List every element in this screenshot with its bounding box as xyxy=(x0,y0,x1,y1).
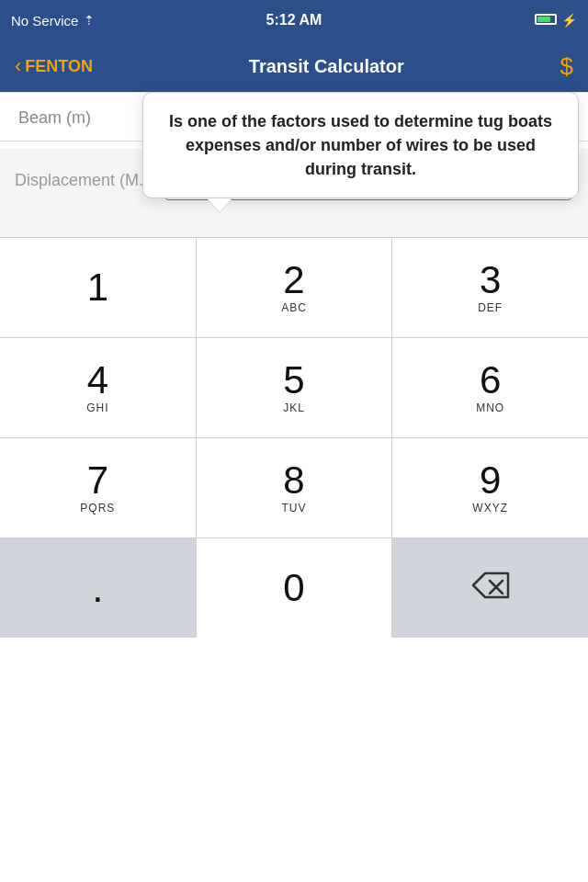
numpad-key-8[interactable]: 8 TUV xyxy=(197,438,393,537)
numpad-digit-4: 4 xyxy=(87,361,108,400)
battery-container xyxy=(535,14,557,28)
numpad: 1 2 ABC 3 DEF 4 GHI 5 JKL 6 MNO 7 PQRS xyxy=(0,237,588,638)
chevron-left-icon: ‹ xyxy=(15,56,21,76)
numpad-letters-9: WXYZ xyxy=(472,502,508,514)
beam-label: Beam (m) xyxy=(18,108,91,127)
tooltip-box: Is one of the factors used to determine … xyxy=(142,92,579,198)
numpad-digit-2: 2 xyxy=(283,261,304,300)
tooltip-arrow-wrapper xyxy=(142,198,579,214)
numpad-key-1[interactable]: 1 xyxy=(0,238,197,337)
nav-bar: ‹ FENTON Transit Calculator $ xyxy=(0,40,588,92)
numpad-digit-9: 9 xyxy=(480,461,501,500)
numpad-digit-8: 8 xyxy=(283,461,304,500)
status-time: 5:12 AM xyxy=(266,12,322,28)
spacer xyxy=(0,211,588,237)
numpad-digit-dot: . xyxy=(92,568,103,608)
numpad-letters-2: ABC xyxy=(281,301,307,314)
back-label: FENTON xyxy=(25,57,93,76)
charging-icon: ⚡ xyxy=(561,13,577,28)
numpad-digit-5: 5 xyxy=(283,361,304,400)
numpad-key-5[interactable]: 5 JKL xyxy=(197,338,393,437)
numpad-letters-3: DEF xyxy=(478,301,503,314)
numpad-bottom-row: . 0 xyxy=(0,538,588,638)
numpad-digit-1: 1 xyxy=(87,268,108,307)
numpad-row-2: 4 GHI 5 JKL 6 MNO xyxy=(0,338,588,438)
tooltip-arrow-fill xyxy=(208,198,232,212)
backspace-svg xyxy=(471,571,510,599)
numpad-key-4[interactable]: 4 GHI xyxy=(0,338,197,437)
numpad-key-delete[interactable] xyxy=(392,538,588,638)
status-right: ⚡ xyxy=(535,13,577,28)
dollar-icon: $ xyxy=(560,52,573,81)
no-service-text: No Service xyxy=(11,13,78,28)
delete-icon xyxy=(471,571,510,605)
numpad-letters-4: GHI xyxy=(86,401,108,414)
numpad-digit-3: 3 xyxy=(480,261,501,300)
numpad-row-3: 7 PQRS 8 TUV 9 WXYZ xyxy=(0,438,588,538)
status-signal: No Service ⇡ xyxy=(11,13,95,28)
wifi-icon: ⇡ xyxy=(84,13,95,28)
battery-icon xyxy=(535,14,557,25)
battery-fill xyxy=(537,17,550,22)
numpad-letters-6: MNO xyxy=(476,401,504,414)
numpad-key-0[interactable]: 0 xyxy=(197,538,393,638)
numpad-key-7[interactable]: 7 PQRS xyxy=(0,438,197,537)
status-bar: No Service ⇡ 5:12 AM ⚡ xyxy=(0,0,588,40)
numpad-key-2[interactable]: 2 ABC xyxy=(197,238,393,337)
displacement-label: Displacement (M... xyxy=(15,171,153,190)
nav-title: Transit Calculator xyxy=(249,56,404,77)
numpad-key-6[interactable]: 6 MNO xyxy=(392,338,588,437)
back-button[interactable]: ‹ FENTON xyxy=(15,56,93,76)
tooltip-container: Is one of the factors used to determine … xyxy=(142,92,579,214)
numpad-key-dot[interactable]: . xyxy=(0,538,197,638)
numpad-letters-7: PQRS xyxy=(80,502,115,514)
tooltip-text: Is one of the factors used to determine … xyxy=(169,112,552,178)
numpad-digit-0: 0 xyxy=(283,569,304,607)
numpad-digit-6: 6 xyxy=(480,361,501,400)
numpad-key-9[interactable]: 9 WXYZ xyxy=(392,438,588,537)
numpad-letters-8: TUV xyxy=(282,502,307,514)
numpad-letters-5: JKL xyxy=(283,401,305,414)
numpad-key-3[interactable]: 3 DEF xyxy=(392,238,588,337)
numpad-digit-7: 7 xyxy=(87,461,108,500)
numpad-row-1: 1 2 ABC 3 DEF xyxy=(0,238,588,338)
